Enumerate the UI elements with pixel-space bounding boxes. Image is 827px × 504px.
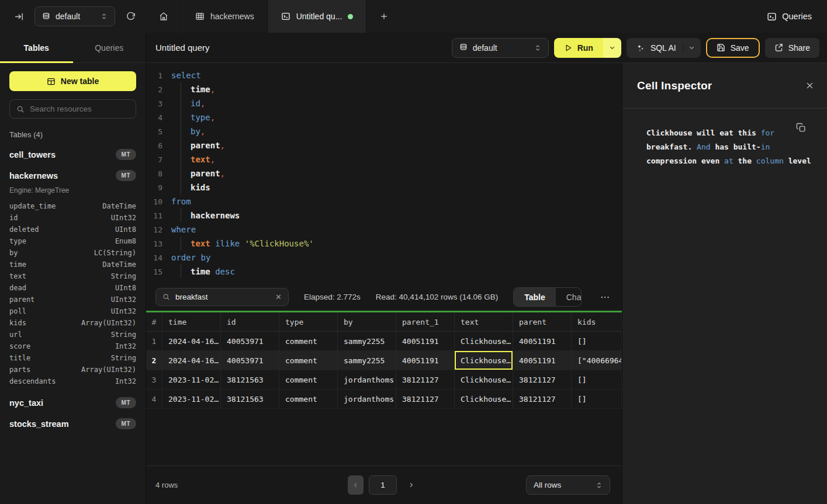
data-cell[interactable]: 38121127	[396, 390, 455, 409]
data-cell[interactable]: ["40066964…	[572, 351, 622, 370]
data-cell[interactable]: Clickhouse…	[455, 351, 513, 370]
editor-line-15[interactable]: 15time desc	[146, 265, 622, 279]
collapse-sidebar-button[interactable]	[12, 9, 26, 24]
table-row[interactable]: 22024-04-16…40053971commentsammy22554005…	[146, 351, 622, 370]
prev-page-button[interactable]	[348, 475, 364, 495]
data-cell[interactable]: 38121563	[221, 390, 279, 409]
results-more-button[interactable]: ⋯	[597, 291, 614, 303]
data-cell[interactable]: []	[572, 390, 622, 409]
queries-button[interactable]: Queries	[767, 12, 812, 22]
data-cell[interactable]: jordanthoms	[338, 390, 396, 409]
data-cell[interactable]: []	[572, 332, 622, 351]
refresh-button[interactable]	[123, 9, 138, 24]
data-cell[interactable]: 40053971	[221, 351, 279, 370]
column-header-type[interactable]: type	[279, 312, 338, 332]
column-row-parent[interactable]: parentUInt32	[9, 294, 136, 305]
row-index-cell[interactable]: 3	[146, 370, 162, 390]
editor-line-11[interactable]: 11hackernews	[146, 208, 622, 223]
data-cell[interactable]: 2023-11-02…	[162, 390, 221, 409]
column-header-parent[interactable]: parent	[513, 312, 572, 332]
data-cell[interactable]: 40051191	[396, 332, 455, 351]
editor-line-7[interactable]: 7text,	[146, 152, 622, 166]
page-number-input[interactable]	[369, 475, 397, 495]
save-button[interactable]: Save	[706, 38, 760, 58]
data-cell[interactable]: sammy2255	[338, 351, 396, 370]
data-cell[interactable]: 40051191	[513, 332, 572, 351]
data-cell[interactable]: 40053971	[221, 332, 279, 351]
sidebar-table-nyc_taxi[interactable]: nyc_taxiMT	[9, 397, 136, 408]
page-size-select[interactable]: All rows	[526, 475, 610, 495]
editor-line-10[interactable]: 10from	[146, 194, 622, 208]
sql-editor[interactable]: 1select2time,3id,4type,5by,6parent,7text…	[146, 63, 622, 283]
column-row-type[interactable]: typeEnum8	[9, 235, 136, 247]
data-cell[interactable]: 38121563	[221, 370, 279, 390]
sidebar-table-cell_towers[interactable]: cell_towersMT	[9, 149, 136, 160]
sidebar-search-input[interactable]	[30, 105, 129, 113]
editor-line-2[interactable]: 2time,	[146, 82, 622, 96]
column-row-text[interactable]: textString	[9, 270, 136, 282]
topbar-database-select[interactable]: default	[34, 6, 115, 26]
column-row-by[interactable]: byLC(String)	[9, 247, 136, 259]
clear-search-button[interactable]: ✕	[275, 293, 282, 301]
column-row-id[interactable]: idUInt32	[9, 212, 136, 224]
data-cell[interactable]: []	[572, 370, 622, 390]
column-row-kids[interactable]: kidsArray(UInt32)	[9, 317, 136, 329]
share-button[interactable]: Share	[765, 38, 819, 58]
row-index-cell[interactable]: 1	[146, 332, 162, 351]
editor-line-5[interactable]: 5by,	[146, 124, 622, 138]
editor-line-8[interactable]: 8parent,	[146, 166, 622, 180]
editor-line-14[interactable]: 14order by	[146, 251, 622, 265]
tab-hackernews[interactable]: hackernews	[182, 0, 268, 33]
column-row-title[interactable]: titleString	[9, 352, 136, 364]
column-row-deleted[interactable]: deletedUInt8	[9, 224, 136, 235]
data-cell[interactable]: 2023-11-02…	[162, 370, 221, 390]
sidebar-tab-queries[interactable]: Queries	[73, 33, 146, 62]
results-search-input[interactable]	[175, 293, 270, 301]
data-cell[interactable]: 2024-04-16…	[162, 351, 221, 370]
column-row-score[interactable]: scoreInt32	[9, 340, 136, 352]
column-header-text[interactable]: text	[455, 312, 513, 332]
column-row-descendants[interactable]: descendantsInt32	[9, 376, 136, 387]
query-database-select[interactable]: default	[452, 38, 549, 58]
new-table-button[interactable]: New table	[9, 71, 136, 91]
sql-ai-options-button[interactable]	[683, 44, 701, 51]
sidebar-tab-tables[interactable]: Tables	[0, 33, 73, 62]
data-cell[interactable]: comment	[279, 351, 338, 370]
data-cell[interactable]: comment	[279, 390, 338, 409]
view-toggle-chart[interactable]: Chart	[556, 288, 582, 306]
run-button[interactable]: Run	[554, 38, 603, 58]
next-page-button[interactable]	[402, 479, 420, 491]
column-row-url[interactable]: urlString	[9, 329, 136, 340]
data-cell[interactable]: 38121127	[513, 390, 572, 409]
data-cell[interactable]: jordanthoms	[338, 370, 396, 390]
column-header-by[interactable]: by	[338, 312, 396, 332]
data-cell[interactable]: sammy2255	[338, 332, 396, 351]
column-header-index[interactable]: #	[146, 312, 162, 332]
sidebar-table-stocks_stream[interactable]: stocks_streamMT	[9, 418, 136, 429]
column-header-kids[interactable]: kids	[572, 312, 622, 332]
view-toggle-table[interactable]: Table	[514, 288, 556, 306]
data-cell[interactable]: 2024-04-16…	[162, 332, 221, 351]
close-inspector-button[interactable]	[805, 81, 814, 90]
row-index-cell[interactable]: 2	[146, 351, 162, 370]
editor-line-3[interactable]: 3id,	[146, 96, 622, 110]
table-row[interactable]: 32023-11-02…38121563commentjordanthoms38…	[146, 370, 622, 390]
column-header-parent_1[interactable]: parent_1	[396, 312, 455, 332]
tab-untitled-qu-[interactable]: Untitled qu...	[268, 0, 367, 33]
editor-line-12[interactable]: 12where	[146, 223, 622, 237]
column-header-time[interactable]: time	[162, 312, 221, 332]
data-cell[interactable]: comment	[279, 370, 338, 390]
editor-line-4[interactable]: 4type,	[146, 110, 622, 124]
column-row-parts[interactable]: partsArray(UInt32)	[9, 364, 136, 376]
column-row-poll[interactable]: pollUInt32	[9, 305, 136, 317]
data-cell[interactable]: comment	[279, 332, 338, 351]
column-row-time[interactable]: timeDateTime	[9, 259, 136, 270]
data-cell[interactable]: 40051191	[513, 351, 572, 370]
run-options-button[interactable]	[603, 38, 621, 58]
new-tab-button[interactable]	[366, 0, 402, 33]
copy-cell-button[interactable]	[796, 123, 806, 133]
column-row-dead[interactable]: deadUInt8	[9, 282, 136, 294]
table-row[interactable]: 12024-04-16…40053971commentsammy22554005…	[146, 332, 622, 351]
data-cell[interactable]: Clickhouse…	[455, 332, 513, 351]
sql-ai-button[interactable]: SQL AI	[627, 38, 701, 58]
